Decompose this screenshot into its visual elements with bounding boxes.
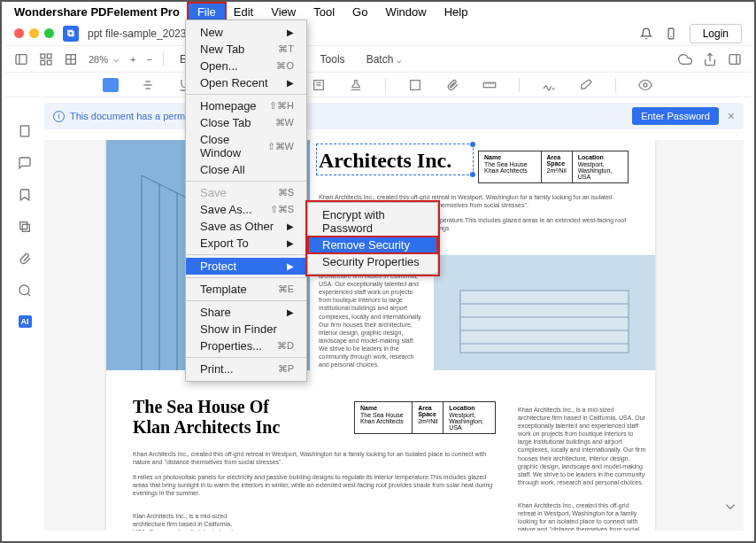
protect-submenu: Encrypt with Password Remove Security Se… (307, 202, 438, 275)
menu-share[interactable]: Share▶ (186, 304, 306, 321)
zoom-control[interactable]: 28% ⌵ + − (89, 53, 152, 65)
eraser-icon[interactable] (578, 78, 594, 92)
menu-tool[interactable]: Tool (305, 4, 343, 20)
menu-open-recent[interactable]: Open Recent▶ (186, 74, 306, 91)
info-table: NameThe Sea House Khan Architects Area S… (354, 401, 496, 434)
layers-icon[interactable] (18, 220, 32, 234)
tool-icon-row (5, 73, 751, 97)
menu-print[interactable]: Print...⌘P (186, 361, 306, 377)
titlebar: ⧉ ppt file-sample_2023_0 Login (5, 21, 751, 46)
menu-show-in-finder[interactable]: Show in Finder (186, 321, 306, 337)
permission-bar: i This document has a permission pa Ente… (44, 103, 744, 129)
doc-paragraph: Khan Architects Inc., is a mid-sized arc… (319, 264, 425, 368)
minimize-icon[interactable] (29, 28, 39, 38)
svg-rect-21 (22, 224, 29, 231)
tab-tools[interactable]: Tools (315, 50, 351, 69)
chevron-down-icon[interactable] (722, 499, 738, 515)
signature-icon[interactable] (541, 78, 557, 92)
left-sidebar: AI (9, 117, 41, 328)
tab-batch[interactable]: Batch ⌵ (361, 50, 406, 69)
svg-point-22 (19, 285, 29, 295)
file-menu: New▶ New Tab⌘T Open...⌘O Open Recent▶ Ho… (185, 19, 307, 382)
svg-line-23 (27, 293, 30, 296)
menu-file[interactable]: File (189, 4, 225, 20)
svg-point-18 (644, 83, 647, 87)
doc-heading: Architects Inc. (319, 149, 451, 173)
svg-rect-2 (16, 54, 27, 64)
zoom-in-icon[interactable]: + (130, 54, 135, 65)
menu-open[interactable]: Open...⌘O (186, 58, 306, 74)
bell-icon[interactable] (640, 27, 652, 40)
document-tab[interactable]: ppt file-sample_2023_0 (88, 27, 631, 40)
menu-close-tab[interactable]: Close Tab⌘W (186, 114, 306, 131)
menu-export-to[interactable]: Export To▶ (186, 235, 306, 252)
menu-new-tab[interactable]: New Tab⌘T (186, 41, 306, 58)
menu-save-as[interactable]: Save As...⇧⌘S (186, 201, 306, 218)
chevron-down-icon: ⌵ (397, 56, 401, 65)
zoom-out-icon[interactable]: − (146, 54, 151, 65)
thumbnails-icon[interactable] (39, 52, 53, 66)
search-icon[interactable] (18, 283, 32, 298)
maximize-icon[interactable] (44, 28, 54, 38)
grid-icon[interactable] (64, 52, 78, 66)
menu-new[interactable]: New▶ (186, 24, 306, 41)
main-toolbar: 28% ⌵ + − Edit Form Protect Tools Batch … (5, 46, 751, 73)
menu-close-window[interactable]: Close Window⇧⌘W (186, 131, 306, 161)
menu-homepage[interactable]: Homepage⇧⌘H (186, 97, 306, 114)
permission-text: This document has a permission pa (70, 111, 632, 121)
attachment-icon[interactable] (18, 252, 32, 266)
svg-rect-16 (411, 80, 420, 89)
traffic-lights (14, 28, 54, 38)
menu-template[interactable]: Template⌘E (186, 281, 306, 298)
attachment-icon[interactable] (444, 78, 460, 92)
zoom-value: 28% (89, 54, 108, 65)
menu-window[interactable]: Window (376, 4, 435, 20)
chevron-down-icon: ⌵ (113, 53, 120, 65)
svg-rect-19 (20, 126, 28, 136)
doc-paragraph: Khan Architects Inc., is a mid-sized arc… (518, 406, 646, 486)
note-icon[interactable] (311, 78, 327, 92)
menu-protect[interactable]: Protect▶ (186, 258, 306, 275)
share-icon[interactable] (703, 52, 717, 66)
doc-paragraph: Klan Architects Inc., is a mid-sized arc… (133, 512, 248, 531)
menu-save-as-other[interactable]: Save as Other▶ (186, 218, 306, 235)
close-icon[interactable] (14, 28, 24, 38)
menu-go[interactable]: Go (343, 4, 376, 20)
menu-view[interactable]: View (262, 4, 305, 20)
menu-properties[interactable]: Properties...⌘D (186, 337, 306, 354)
submenu-remove-security[interactable]: Remove Security (308, 237, 437, 253)
mobile-icon[interactable] (665, 27, 677, 40)
svg-rect-4 (41, 54, 45, 58)
bookmark-icon[interactable] (18, 188, 32, 202)
text-tool-icon[interactable] (103, 78, 119, 92)
submenu-encrypt[interactable]: Encrypt with Password (308, 206, 437, 237)
measure-icon[interactable] (482, 78, 498, 92)
close-bar-icon[interactable]: × (728, 109, 735, 123)
menu-close-all[interactable]: Close All (186, 161, 306, 178)
document-viewport[interactable]: Architects Inc. NameThe Sea House Khan A… (44, 140, 744, 531)
sidebar-toggle-icon[interactable] (14, 52, 28, 66)
menu-edit[interactable]: Edit (225, 4, 262, 20)
ai-badge-icon[interactable]: AI (19, 315, 32, 328)
panel-icon[interactable] (728, 52, 742, 66)
svg-rect-26 (460, 291, 629, 353)
page-icon[interactable] (18, 124, 32, 138)
app-window: ⧉ ppt file-sample_2023_0 Login 28% ⌵ + −… (5, 21, 751, 538)
eye-icon[interactable] (637, 78, 653, 92)
app-logo-icon: ⧉ (63, 26, 79, 42)
submenu-security-properties[interactable]: Security Properties (308, 253, 437, 270)
stamp-icon[interactable] (348, 78, 364, 92)
login-button[interactable]: Login (690, 24, 742, 43)
svg-rect-11 (729, 54, 740, 64)
enter-password-button[interactable]: Enter Password (632, 107, 719, 125)
svg-rect-17 (483, 82, 495, 87)
cloud-icon[interactable] (678, 52, 692, 66)
doc-paragraph: Khan Architects Inc., created this off-g… (133, 450, 496, 466)
svg-rect-6 (41, 60, 45, 65)
doc-heading-2: The Sea House Of Klan Architects Inc (133, 397, 280, 438)
shape-icon[interactable] (407, 78, 423, 92)
menu-help[interactable]: Help (436, 4, 477, 20)
macos-menubar: Wondershare PDFelement Pro File Edit Vie… (2, 2, 754, 21)
comment-icon[interactable] (18, 156, 32, 170)
strikethrough-icon[interactable] (140, 78, 156, 92)
